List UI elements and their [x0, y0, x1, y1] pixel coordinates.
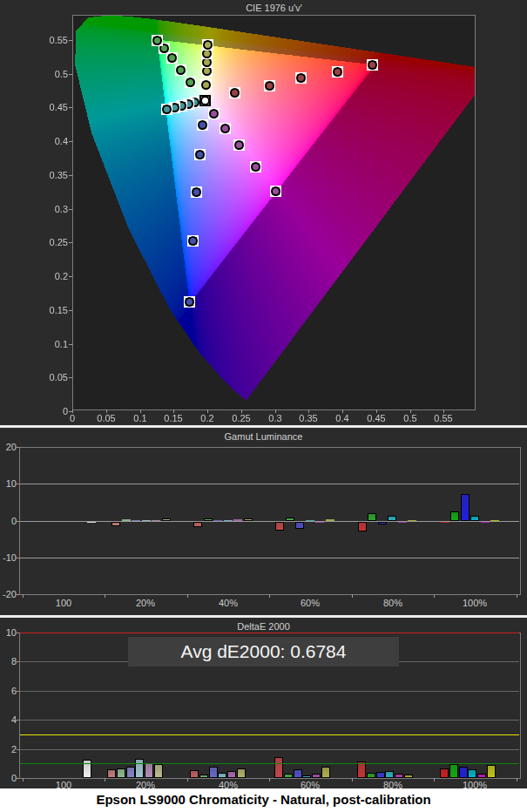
x-tick — [269, 594, 270, 598]
value-bar — [477, 774, 486, 778]
cie-x-tick-label: 0.15 — [156, 413, 191, 423]
gridline — [20, 484, 519, 484]
cie-y-tick — [69, 107, 72, 108]
value-bar — [135, 759, 144, 778]
cie-y-tick-label: 0.4 — [37, 136, 68, 146]
cie-y-tick-label: 0.25 — [37, 237, 68, 247]
value-bar — [395, 774, 403, 778]
value-bar — [190, 770, 199, 778]
avg-de2000-badge: Avg dE2000: 0.6784 — [128, 637, 399, 667]
value-bar — [388, 516, 396, 521]
y-tick-label: -10 — [0, 552, 17, 563]
gamut-luminance-title: Gamut Luminance — [0, 431, 527, 442]
measured-point — [195, 150, 205, 159]
value-bar — [459, 767, 468, 778]
gridline — [20, 691, 519, 692]
y-tick — [17, 521, 19, 522]
value-bar — [408, 520, 416, 521]
x-tick-label: 60% — [284, 598, 336, 608]
value-bar — [126, 767, 135, 778]
value-bar — [204, 518, 213, 521]
cie-y-tick — [69, 377, 72, 378]
y-tick — [17, 633, 19, 633]
reference-line — [20, 633, 519, 633]
y-tick-label: 4 — [0, 714, 17, 725]
value-bar — [326, 519, 334, 521]
cie-y-tick-label: 0 — [37, 406, 68, 416]
reference-line — [20, 763, 519, 764]
measured-point — [152, 36, 162, 45]
deltae-title: DeltaE 2000 — [0, 621, 527, 632]
value-bar — [376, 772, 385, 778]
cie-y-tick — [69, 276, 72, 277]
cie-y-tick-label: 0.15 — [37, 305, 68, 315]
y-tick — [17, 720, 19, 721]
value-bar — [321, 767, 330, 778]
y-tick — [17, 691, 19, 692]
gridline — [20, 720, 519, 721]
x-tick — [105, 778, 105, 782]
value-bar — [306, 520, 314, 521]
y-tick — [17, 594, 19, 595]
value-bar — [470, 516, 479, 521]
measured-point — [333, 67, 342, 77]
y-tick — [17, 661, 19, 662]
x-tick — [23, 594, 24, 598]
y-tick-label: -20 — [0, 589, 17, 599]
value-bar — [154, 764, 163, 778]
value-bar — [302, 775, 311, 778]
y-tick — [17, 484, 19, 484]
measured-point — [230, 88, 240, 98]
value-bar — [274, 757, 283, 778]
y-tick — [17, 558, 19, 558]
x-tick — [517, 594, 517, 598]
cie-y-tick — [69, 141, 72, 142]
value-bar — [358, 522, 367, 531]
measured-point — [220, 124, 230, 133]
measured-point — [265, 81, 274, 91]
cie-x-tick-label: 0.55 — [426, 413, 461, 423]
x-tick — [105, 594, 105, 598]
value-bar — [481, 522, 490, 523]
y-tick-label: 20 — [0, 442, 17, 452]
value-bar — [145, 763, 153, 778]
value-bar — [367, 773, 375, 778]
gridline — [20, 558, 519, 558]
cie-y-tick — [69, 209, 72, 210]
value-bar — [227, 771, 236, 778]
cie-x-tick-label: 0.45 — [359, 413, 394, 423]
measured-point — [176, 65, 186, 75]
cie-x-tick-label: 0.4 — [325, 413, 360, 423]
cie-y-tick-label: 0.2 — [37, 271, 68, 281]
measured-point — [296, 73, 306, 83]
value-bar — [209, 767, 218, 778]
value-bar — [368, 513, 376, 521]
cie-y-tick — [69, 40, 72, 41]
cie-y-tick-label: 0.1 — [37, 339, 68, 349]
value-bar — [450, 511, 459, 521]
cie-y-tick — [69, 310, 72, 311]
cie-y-tick-label: 0.05 — [37, 372, 68, 382]
value-bar — [132, 520, 140, 521]
x-tick-label: 100% — [449, 598, 501, 608]
x-tick-label: 80% — [367, 598, 419, 608]
report-caption: Epson LS9000 Chromaticity - Natural, pos… — [0, 788, 527, 812]
x-tick — [352, 778, 353, 782]
x-tick — [187, 778, 188, 782]
cie-y-tick-label: 0.5 — [37, 69, 68, 79]
x-tick — [23, 778, 24, 782]
measured-point — [368, 60, 377, 70]
cie-y-tick-label: 0.55 — [37, 35, 68, 45]
value-bar — [312, 774, 321, 778]
measured-point — [200, 96, 210, 105]
value-bar — [275, 522, 284, 531]
cie-y-tick — [69, 74, 72, 75]
measured-point — [162, 105, 172, 114]
measured-point — [234, 140, 244, 150]
value-bar — [378, 522, 387, 524]
value-bar — [440, 768, 449, 778]
cie-x-tick-label: 0.5 — [393, 413, 428, 423]
measured-point — [271, 186, 280, 196]
cie-y-tick — [69, 411, 72, 412]
measured-point — [251, 162, 260, 172]
